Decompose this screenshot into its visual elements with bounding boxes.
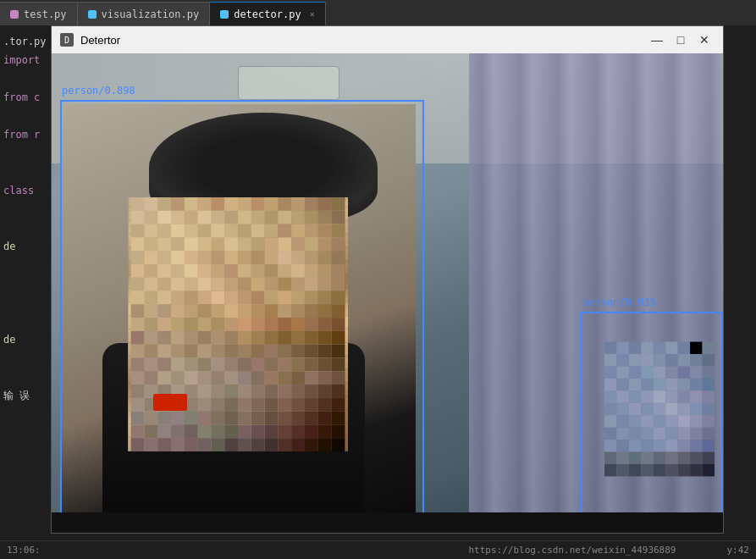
tab-test[interactable]: test.py: [0, 2, 78, 25]
svg-rect-151: [224, 318, 238, 331]
svg-rect-91: [278, 264, 291, 278]
svg-rect-102: [211, 278, 224, 291]
svg-rect-54: [211, 237, 224, 251]
svg-rect-71: [224, 251, 238, 264]
svg-rect-234: [265, 385, 279, 398]
svg-rect-60: [291, 237, 305, 251]
svg-rect-123: [278, 291, 291, 305]
maximize-button[interactable]: □: [670, 31, 691, 48]
close-button[interactable]: ✕: [694, 31, 715, 48]
svg-rect-9: [251, 197, 265, 211]
svg-rect-301: [305, 438, 318, 451]
svg-rect-22: [211, 211, 224, 224]
svg-rect-156: [291, 318, 305, 331]
code-line-class: class: [3, 181, 43, 200]
tab-detector[interactable]: detector.py ✕: [210, 2, 326, 25]
svg-rect-394: [604, 464, 616, 476]
svg-rect-364: [678, 415, 690, 427]
svg-rect-105: [251, 278, 265, 291]
svg-rect-321: [703, 354, 715, 366]
svg-rect-1: [144, 197, 157, 211]
svg-rect-250: [265, 398, 279, 412]
svg-rect-361: [641, 415, 653, 427]
svg-rect-368: [616, 428, 628, 440]
svg-rect-397: [641, 464, 653, 476]
status-coords: y:42: [727, 545, 750, 556]
svg-rect-199: [224, 357, 238, 371]
svg-rect-137: [251, 304, 265, 318]
svg-rect-386: [616, 452, 628, 464]
svg-rect-78: [318, 251, 332, 264]
svg-rect-171: [278, 331, 291, 345]
svg-rect-28: [291, 211, 305, 224]
svg-rect-87: [224, 264, 238, 278]
status-bar: 13:06: https://blog.csdn.net/weixin_4493…: [0, 540, 756, 559]
svg-rect-353: [654, 403, 665, 415]
svg-rect-152: [238, 318, 251, 331]
code-line-16: [3, 312, 43, 330]
svg-rect-261: [198, 412, 212, 425]
svg-rect-196: [185, 357, 198, 371]
svg-rect-251: [278, 398, 291, 412]
editor-area: .tor.py import from c from r class de de…: [0, 25, 47, 559]
code-line-def1: de: [3, 237, 43, 256]
code-line-7: [3, 144, 43, 163]
svg-rect-336: [665, 379, 677, 390]
minimize-button[interactable]: —: [647, 31, 667, 48]
svg-rect-337: [678, 379, 690, 390]
svg-rect-246: [211, 398, 224, 412]
svg-rect-282: [265, 424, 279, 438]
svg-rect-232: [238, 385, 251, 398]
svg-rect-391: [678, 452, 690, 464]
svg-rect-175: [332, 331, 345, 345]
svg-rect-254: [318, 398, 332, 412]
svg-rect-40: [238, 224, 251, 238]
svg-rect-111: [332, 278, 345, 291]
tab-visualization[interactable]: visualization.py: [78, 2, 211, 25]
svg-rect-292: [185, 438, 198, 451]
svg-rect-68: [185, 251, 198, 264]
svg-rect-125: [305, 291, 318, 305]
svg-rect-133: [198, 304, 212, 318]
svg-rect-203: [278, 357, 291, 371]
svg-rect-17: [144, 211, 157, 224]
svg-rect-138: [265, 304, 279, 318]
svg-rect-36: [185, 224, 198, 238]
face-pixels-right: [604, 341, 715, 477]
svg-rect-217: [251, 371, 265, 385]
svg-rect-141: [305, 304, 318, 318]
svg-rect-127: [332, 291, 345, 305]
svg-rect-159: [332, 318, 345, 331]
code-line-20: 输 误: [3, 386, 43, 405]
svg-rect-264: [238, 412, 251, 425]
svg-rect-317: [654, 354, 665, 366]
svg-rect-108: [291, 278, 305, 291]
svg-rect-146: [157, 318, 171, 331]
svg-rect-67: [171, 251, 185, 264]
svg-rect-214: [211, 371, 224, 385]
svg-rect-315: [629, 354, 641, 366]
svg-rect-186: [265, 345, 279, 358]
svg-rect-390: [665, 452, 677, 464]
svg-rect-356: [690, 403, 702, 415]
svg-rect-80: [131, 264, 145, 278]
svg-rect-50: [157, 237, 171, 251]
svg-rect-56: [238, 237, 251, 251]
code-line-19: [3, 368, 43, 386]
svg-rect-7: [224, 197, 238, 211]
svg-rect-104: [238, 278, 251, 291]
svg-rect-306: [629, 342, 641, 354]
svg-rect-35: [171, 224, 185, 238]
svg-rect-95: [332, 264, 345, 278]
svg-rect-383: [690, 440, 702, 451]
svg-rect-190: [318, 345, 332, 358]
svg-rect-167: [224, 331, 238, 345]
svg-rect-23: [224, 211, 238, 224]
svg-rect-103: [224, 278, 238, 291]
svg-rect-380: [654, 440, 665, 451]
svg-rect-331: [604, 379, 616, 390]
svg-rect-258: [157, 412, 171, 425]
svg-rect-343: [641, 390, 653, 402]
svg-rect-218: [265, 371, 279, 385]
tab-detector-close[interactable]: ✕: [310, 9, 315, 19]
